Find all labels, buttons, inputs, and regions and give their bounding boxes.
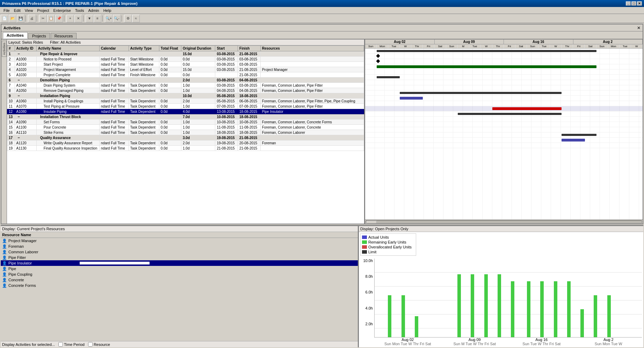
cell-type: Task Dependent bbox=[129, 130, 159, 135]
col-float: Total Float bbox=[159, 46, 181, 51]
maximize-btn[interactable]: □ bbox=[631, 1, 636, 6]
gantt-month-2: Aug 09 bbox=[435, 39, 504, 44]
table-row[interactable]: 14 A1090 Set Forms ndard Full Time Task … bbox=[7, 119, 364, 125]
cell-dur: 0.0d bbox=[181, 57, 215, 62]
resource-item[interactable]: 👤Foreman bbox=[1, 244, 358, 249]
zoom-in-btn[interactable]: 🔍+ bbox=[105, 15, 113, 22]
col-dur: Original Duration bbox=[181, 46, 215, 51]
activity-table[interactable]: # Activity ID Activity Name Calendar Act… bbox=[7, 45, 364, 224]
menu-tools[interactable]: Tools bbox=[73, 8, 86, 13]
menu-view[interactable]: View bbox=[23, 8, 35, 13]
table-row[interactable]: 8 A1050 Remove Damaged Piping ndard Full… bbox=[7, 88, 364, 93]
resource-checkbox[interactable] bbox=[88, 342, 93, 347]
gantt-row bbox=[365, 49, 643, 54]
menu-project[interactable]: Project bbox=[35, 8, 51, 13]
cell-actid: − bbox=[15, 114, 36, 119]
menu-file[interactable]: File bbox=[1, 8, 12, 13]
x-label-aug02: Aug 02 bbox=[374, 338, 441, 342]
gantt-bar bbox=[400, 97, 423, 100]
del-btn[interactable]: ✕ bbox=[74, 15, 82, 22]
zoom-out-btn[interactable]: 🔍- bbox=[113, 15, 121, 22]
gantt-scroll-thumb[interactable] bbox=[366, 221, 377, 224]
table-row[interactable]: 11 A1070 Test Piping at Pressure ndard F… bbox=[7, 104, 364, 109]
level-btn[interactable]: ≈ bbox=[132, 15, 140, 22]
time-period-checkbox-label: Time Period bbox=[58, 342, 85, 347]
close-btn[interactable]: ✕ bbox=[637, 1, 642, 6]
cell-calendar: ndard Full Time bbox=[99, 104, 129, 109]
resource-item[interactable]: 👤Pipe Fitter bbox=[1, 255, 358, 260]
cell-resources: Foreman, Common Laborer, Concrete Forms bbox=[260, 119, 364, 125]
resource-item[interactable]: 👤Pipe bbox=[1, 266, 358, 271]
side-tab-activities[interactable]: Activities bbox=[2, 41, 7, 57]
gantt-summary-bar bbox=[400, 92, 562, 94]
resource-item[interactable]: 👤Concrete Forms bbox=[1, 283, 358, 288]
minimize-btn[interactable]: _ bbox=[626, 1, 631, 6]
table-row[interactable]: 4 A1020 Project Management ndard Full Ti… bbox=[7, 67, 364, 72]
cell-start bbox=[215, 72, 238, 78]
schedule-btn[interactable]: ⚙ bbox=[124, 15, 132, 22]
resource-item[interactable]: 👤Project Manager bbox=[1, 238, 358, 244]
table-row[interactable]: 12 A1080 Insulate Piping ndard Full Time… bbox=[7, 109, 364, 114]
paste-btn[interactable]: 📌 bbox=[55, 15, 63, 22]
time-period-checkbox[interactable] bbox=[58, 342, 63, 347]
table-row[interactable]: 15 A1100 Pour Concrete ndard Full Time T… bbox=[7, 125, 364, 130]
table-row[interactable]: 10 A1060 Install Piping & Couplings ndar… bbox=[7, 99, 364, 104]
menu-help[interactable]: Help bbox=[101, 8, 114, 13]
y-label-4: 4.0h bbox=[360, 306, 373, 310]
menu-admin[interactable]: Admin bbox=[86, 8, 101, 13]
open-btn[interactable]: 📂 bbox=[9, 15, 16, 22]
table-row[interactable]: 18 A1120 Write Quality Assurance Report … bbox=[7, 140, 364, 146]
table-row[interactable]: 13 − Installation Thrust Block 7.0d 10-0… bbox=[7, 114, 364, 119]
table-row[interactable]: 17 − Quality Assurance 3.0d 19-08-2015 2… bbox=[7, 135, 364, 140]
cell-actid: − bbox=[15, 51, 36, 57]
table-row[interactable]: 19 A1130 Final Quality Assurance Inspect… bbox=[7, 146, 364, 151]
resource-item[interactable]: 👤Concrete bbox=[1, 277, 358, 283]
gantt-day: Tue bbox=[620, 44, 631, 48]
cell-dur: 2.0d bbox=[181, 140, 215, 146]
add-btn[interactable]: + bbox=[66, 15, 74, 22]
table-row[interactable]: 1 − Pipe Repair & Improve 15.0d 03-08-20… bbox=[7, 51, 364, 57]
table-row[interactable]: 16 A1110 Strike Forms ndard Full Time Ta… bbox=[7, 130, 364, 135]
tab-activities[interactable]: Activities bbox=[3, 32, 28, 39]
table-row[interactable]: 2 A1000 Notice to Proceed ndard Full Tim… bbox=[7, 57, 364, 62]
tab-projects[interactable]: Projects bbox=[28, 33, 50, 39]
cell-start: 03-08-2015 bbox=[215, 67, 238, 72]
table-row[interactable]: 9 − Installation Piping 10.0d 05-08-2015… bbox=[7, 93, 364, 99]
cell-finish: 20-08-2015 bbox=[238, 140, 261, 146]
cell-resources bbox=[260, 78, 364, 83]
gantt-scroll-track[interactable] bbox=[366, 220, 642, 223]
cell-dur: 15.0d bbox=[181, 67, 215, 72]
y-label-10: 10.0h bbox=[360, 259, 373, 263]
print-btn[interactable]: 🖨 bbox=[28, 15, 36, 22]
table-row[interactable]: 6 − Demolition Piping 2.0d 03-08-2015 04… bbox=[7, 78, 364, 83]
gantt-day: M bbox=[458, 44, 469, 48]
copy-btn[interactable]: 📋 bbox=[47, 15, 55, 22]
cell-dur: 10.0d bbox=[181, 93, 215, 99]
chart-bar bbox=[388, 295, 391, 337]
save-btn[interactable]: 💾 bbox=[17, 15, 24, 22]
chart-bar bbox=[511, 281, 514, 337]
cell-calendar bbox=[99, 135, 129, 140]
group-btn[interactable]: ≡ bbox=[94, 15, 101, 22]
panel-close-btn[interactable]: ✕ bbox=[637, 26, 641, 30]
menu-edit[interactable]: Edit bbox=[12, 8, 23, 13]
menu-enterprise[interactable]: Enterprise bbox=[51, 8, 73, 13]
chart-bar bbox=[580, 309, 584, 337]
resource-item[interactable]: 👤Pipe Insulator bbox=[1, 260, 358, 266]
sep5 bbox=[102, 15, 104, 22]
gantt-row bbox=[365, 111, 643, 117]
table-row[interactable]: 5 A1030 Project Complete ndard Full Time… bbox=[7, 72, 364, 78]
resource-item[interactable]: 👤Pipe Coupling bbox=[1, 271, 358, 277]
tabs-bar: Activities Projects Resources bbox=[1, 31, 643, 39]
resource-item[interactable]: 👤Common Laborer bbox=[1, 249, 358, 255]
table-row[interactable]: 7 A1040 Drain Piping System ndard Full T… bbox=[7, 83, 364, 88]
cell-resources: Foreman, Common Laborer bbox=[260, 130, 364, 135]
resource-name: Pipe Fitter bbox=[8, 255, 78, 260]
gantt-scroll[interactable] bbox=[365, 219, 643, 224]
cell-finish: 03-08-2015 bbox=[238, 62, 261, 67]
tab-resources[interactable]: Resources bbox=[51, 33, 77, 39]
cut-btn[interactable]: ✂ bbox=[39, 15, 47, 22]
table-row[interactable]: 3 A1010 Start Project ndard Full Time St… bbox=[7, 62, 364, 67]
filter-btn[interactable]: ▼ bbox=[86, 15, 93, 22]
new-btn[interactable]: 📄 bbox=[1, 15, 8, 22]
